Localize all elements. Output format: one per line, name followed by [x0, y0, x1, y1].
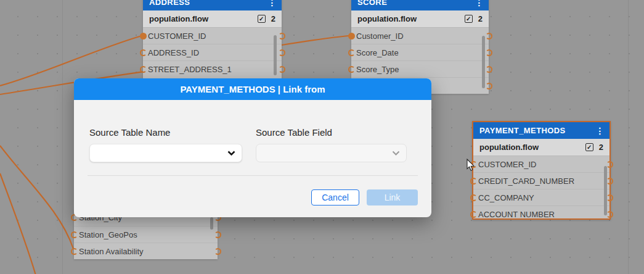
- grid-line: [62, 0, 63, 274]
- kebab-menu-icon[interactable]: ⋮: [475, 0, 484, 7]
- link-button[interactable]: Link: [367, 189, 418, 206]
- table-header-address[interactable]: ADDRESS ⋮: [143, 0, 282, 10]
- flow-row: population.flow ✓ 2: [143, 10, 282, 27]
- flow-checkbox[interactable]: ✓: [258, 15, 266, 23]
- connection-port[interactable]: [140, 33, 147, 39]
- field-label: Customer_ID: [356, 31, 404, 41]
- field-row[interactable]: Score_Type: [351, 60, 489, 77]
- connection-port[interactable]: [214, 231, 221, 238]
- check-icon: ✓: [259, 15, 264, 22]
- connection-port[interactable]: [486, 49, 492, 56]
- flow-row: population.flow ✓ 2: [351, 10, 489, 27]
- table-title: ADDRESS: [149, 0, 190, 7]
- field-label: Score_Type: [356, 65, 399, 74]
- connection-port[interactable]: [470, 178, 477, 185]
- flow-checkbox[interactable]: ✓: [465, 15, 473, 23]
- field-label: CUSTOMER_ID: [148, 31, 206, 41]
- check-icon: ✓: [466, 15, 471, 22]
- link-from-dialog: PAYMENT_METHODS | Link from Source Table…: [74, 78, 431, 217]
- connection-port[interactable]: [486, 33, 492, 39]
- dialog-divider: [88, 175, 418, 176]
- relation-line: [0, 173, 36, 274]
- check-icon: ✓: [587, 144, 592, 151]
- scrollbar-thumb[interactable]: [274, 35, 277, 75]
- field-label: Station_GeoPos: [79, 230, 137, 239]
- flow-name: population.flow: [479, 143, 539, 152]
- field-row[interactable]: Customer_ID: [351, 27, 489, 44]
- field-row[interactable]: Station Availability: [74, 243, 218, 259]
- grid-line: [628, 0, 629, 274]
- connection-port[interactable]: [279, 33, 285, 39]
- connection-port[interactable]: [606, 211, 613, 218]
- source-table-name-label: Source Table Name: [89, 127, 170, 138]
- field-row[interactable]: Station_GeoPos: [74, 226, 218, 243]
- table-header-score[interactable]: SCORE ⋮: [351, 0, 489, 10]
- flow-name: population.flow: [149, 14, 208, 23]
- field-label: ADDRESS_ID: [148, 48, 199, 57]
- dialog-title: PAYMENT_METHODS | Link from: [180, 84, 325, 94]
- connection-port[interactable]: [279, 49, 285, 56]
- field-label: STREET_ADDRESS_1: [148, 65, 232, 74]
- connection-port[interactable]: [470, 161, 477, 168]
- field-label: Score_Date: [356, 48, 399, 57]
- dialog-header: PAYMENT_METHODS | Link from: [74, 78, 431, 100]
- source-table-field-select[interactable]: [256, 144, 407, 162]
- field-label: ACCOUNT NUMBER: [478, 210, 555, 219]
- connection-port[interactable]: [140, 66, 147, 73]
- source-table-name-select[interactable]: [89, 144, 242, 162]
- connection-port[interactable]: [214, 248, 221, 255]
- connection-port[interactable]: [486, 83, 492, 89]
- field-row[interactable]: ACCOUNT NUMBER: [473, 206, 609, 222]
- row-count-badge: 2: [478, 14, 483, 23]
- connection-port[interactable]: [348, 33, 355, 39]
- relation-line: [282, 36, 349, 45]
- flow-checkbox[interactable]: ✓: [585, 143, 593, 151]
- table-title: SCORE: [357, 0, 387, 7]
- kebab-menu-icon[interactable]: ⋮: [596, 127, 605, 135]
- chevron-down-icon: [227, 151, 235, 156]
- connection-port[interactable]: [348, 66, 355, 73]
- source-table-field-label: Source Table Field: [256, 127, 332, 138]
- scrollbar-thumb[interactable]: [482, 36, 485, 88]
- connection-port[interactable]: [470, 211, 477, 218]
- table-title: PAYMENT_METHODS: [479, 126, 566, 135]
- field-row[interactable]: Score_Date: [351, 44, 489, 60]
- table-card-payment-methods[interactable]: PAYMENT_METHODS ⋮ population.flow ✓ 2 CU…: [472, 121, 611, 220]
- connection-port[interactable]: [486, 66, 492, 73]
- connection-port[interactable]: [606, 194, 613, 201]
- flow-row: population.flow ✓ 2: [473, 139, 609, 156]
- connection-port[interactable]: [470, 194, 477, 201]
- connection-port[interactable]: [348, 49, 355, 56]
- field-label: CC_COMPANY: [478, 193, 534, 202]
- field-row[interactable]: CUSTOMER_ID: [143, 27, 282, 44]
- kebab-menu-icon[interactable]: ⋮: [268, 0, 277, 7]
- table-header-payment-methods[interactable]: PAYMENT_METHODS ⋮: [473, 122, 609, 139]
- field-row[interactable]: CC_COMPANY: [473, 189, 609, 206]
- connection-port[interactable]: [279, 66, 285, 73]
- field-label: CUSTOMER_ID: [478, 160, 536, 169]
- connection-port[interactable]: [606, 178, 613, 185]
- connection-port[interactable]: [606, 161, 613, 168]
- field-row[interactable]: CUSTOMER_ID: [473, 156, 609, 172]
- diagram-canvas[interactable]: { "icons": { "kebab": "⋮", "check": "✓" …: [0, 0, 644, 274]
- scrollbar-thumb[interactable]: [604, 166, 607, 215]
- field-label: Station Availability: [79, 247, 144, 256]
- field-row[interactable]: CREDIT_CARD_NUMBER: [473, 172, 609, 189]
- chevron-down-icon: [392, 151, 400, 156]
- field-row[interactable]: ADDRESS_ID: [143, 44, 282, 60]
- flow-name: population.flow: [357, 14, 417, 23]
- row-count-badge: 2: [271, 14, 275, 23]
- connection-port[interactable]: [140, 49, 147, 56]
- field-label: CREDIT_CARD_NUMBER: [478, 176, 574, 186]
- scrollbar-thumb[interactable]: [210, 217, 213, 230]
- connection-port[interactable]: [71, 231, 78, 238]
- field-row[interactable]: STREET_ADDRESS_1: [143, 60, 282, 77]
- cancel-button[interactable]: Cancel: [311, 189, 359, 206]
- row-count-badge: 2: [599, 143, 603, 152]
- connection-port[interactable]: [71, 248, 78, 255]
